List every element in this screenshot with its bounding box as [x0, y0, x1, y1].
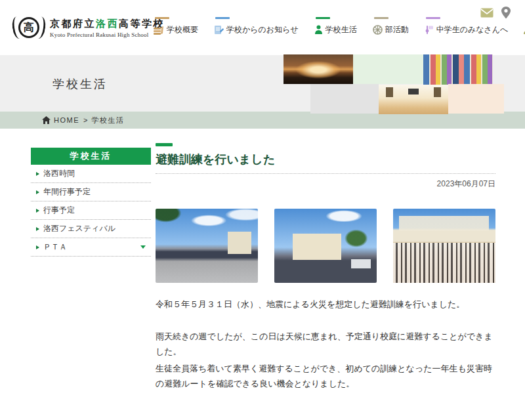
nav-label: 学校概要: [167, 24, 198, 35]
header-utility-icons: [480, 7, 511, 19]
arrow-right-icon: [36, 245, 39, 249]
nav-accent-line: [215, 17, 230, 19]
books-icon: [154, 26, 164, 35]
sidebar-item-rakusai-festival[interactable]: 洛西フェスティバル: [31, 220, 151, 238]
nav-accent-line: [426, 17, 440, 19]
junior-student-flag-icon: [425, 25, 434, 35]
sidebar-item-rakusai-time[interactable]: 洛西時間: [31, 165, 151, 183]
article-photo-row: [156, 209, 495, 283]
hero-mosaic-green-tile: [353, 54, 423, 84]
main-nav: 学校概要 学校からのお知らせ 学校生活: [154, 17, 525, 35]
nav-label: 部活動: [385, 24, 409, 35]
school-name-en: Kyoto Prefectural Rakusai High School: [50, 32, 165, 38]
mail-icon[interactable]: [480, 8, 494, 18]
chevron-down-icon[interactable]: [140, 245, 146, 249]
main-content: 避難訓練を行いました 2023年06月07日 令和５年５月３１日（水）、地震によ…: [156, 143, 495, 420]
hero-mosaic-peach-tile: [448, 84, 504, 114]
nav-item-for-junior-high[interactable]: 中学生のみなさんへ: [425, 17, 509, 35]
article-paragraph: 令和５年５月３１日（水）、地震による火災を想定した避難訓練を行いました。: [156, 297, 495, 312]
school-name-jp: 京都府立洛西高等学校: [50, 18, 165, 29]
school-name: 京都府立洛西高等学校 Kyoto Prefectural Rakusai Hig…: [50, 18, 165, 38]
nav-item-school-news[interactable]: 学校からのお知らせ: [214, 17, 299, 35]
hero-page-title: 学校生活: [52, 76, 108, 92]
article-body: 令和５年５月３１日（水）、地震による火災を想定した避難訓練を行いました。 雨天続…: [156, 297, 495, 392]
nav-label: 中学生のみなさんへ: [436, 24, 509, 35]
sidebar-item-label: 洛西フェスティバル: [43, 223, 116, 234]
article-paragraph: 雨天続きの週でしたが、この日は天候に恵まれ、予定通り校庭に避難することができまし…: [156, 329, 495, 360]
nav-item-school-life[interactable]: 学校生活: [314, 17, 357, 35]
arrow-right-icon: [36, 227, 39, 231]
article-photo-2[interactable]: [274, 209, 377, 283]
arrow-right-icon: [36, 190, 39, 194]
nav-label: 学校からのお知らせ: [226, 24, 299, 35]
breadcrumb-separator: >: [83, 116, 87, 124]
sidebar-item-event-schedule[interactable]: 行事予定: [31, 201, 151, 220]
nav-item-club-activities[interactable]: 部活動: [373, 17, 409, 35]
sidebar-school-life-menu: 学校生活 洛西時間 年間行事予定 行事予定 洛西フェスティバル ＰＴＡ: [31, 148, 151, 257]
article-photo-1[interactable]: [156, 209, 258, 283]
sidebar-item-label: ＰＴＡ: [43, 242, 67, 253]
nav-item-school-overview[interactable]: 学校概要: [154, 17, 198, 35]
nav-accent-line: [155, 17, 169, 19]
article-paragraph: 生徒全員落ち着いて素早く避難することができ、初めての訓練となった一年生も災害時の…: [156, 362, 495, 392]
nav-label: 学校生活: [326, 24, 357, 35]
arrow-right-icon: [36, 172, 39, 176]
sidebar-item-label: 年間行事予定: [43, 186, 91, 198]
hero-mosaic-gray-tile: [310, 84, 379, 114]
ball-wheel-icon: [373, 25, 383, 35]
nav-accent-line: [316, 17, 330, 19]
breadcrumb-current-page: 学校生活: [91, 116, 124, 125]
sidebar-item-label: 洛西時間: [43, 168, 75, 179]
sidebar-item-annual-schedule[interactable]: 年間行事予定: [31, 183, 151, 201]
hero-mosaic-auditorium-photo: [379, 85, 448, 114]
article-date: 2023年06月07日: [156, 178, 495, 190]
school-brand-link[interactable]: 高 京都府立洛西高等学校 Kyoto Prefectural Rakusai H…: [13, 12, 165, 43]
home-icon: [42, 116, 51, 124]
title-divider: [156, 173, 495, 174]
news-document-icon: [214, 25, 224, 35]
article-title: 避難訓練を行いました: [156, 152, 495, 167]
logo-character: 高: [24, 21, 34, 35]
nav-accent-line: [374, 17, 388, 19]
student-icon: [314, 25, 323, 35]
page: 高 京都府立洛西高等学校 Kyoto Prefectural Rakusai H…: [0, 0, 525, 420]
sidebar-title: 学校生活: [31, 148, 151, 165]
sidebar-item-label: 行事予定: [43, 205, 75, 216]
site-header: 高 京都府立洛西高等学校 Kyoto Prefectural Rakusai H…: [0, 0, 525, 55]
breadcrumb-home-link[interactable]: HOME: [54, 116, 79, 124]
hero-mosaic-bookshelf-photo: [423, 54, 493, 86]
school-crest-icon: 高: [13, 12, 45, 43]
article-photo-3[interactable]: [393, 209, 495, 283]
hero-mosaic-sunset-photo: [284, 54, 353, 84]
hero-banner: 学校生活: [0, 55, 525, 112]
sidebar-item-pta[interactable]: ＰＴＡ: [31, 238, 151, 257]
arrow-right-icon: [36, 209, 39, 213]
heading-accent-bar: [156, 143, 173, 146]
location-pin-icon[interactable]: [501, 7, 511, 19]
